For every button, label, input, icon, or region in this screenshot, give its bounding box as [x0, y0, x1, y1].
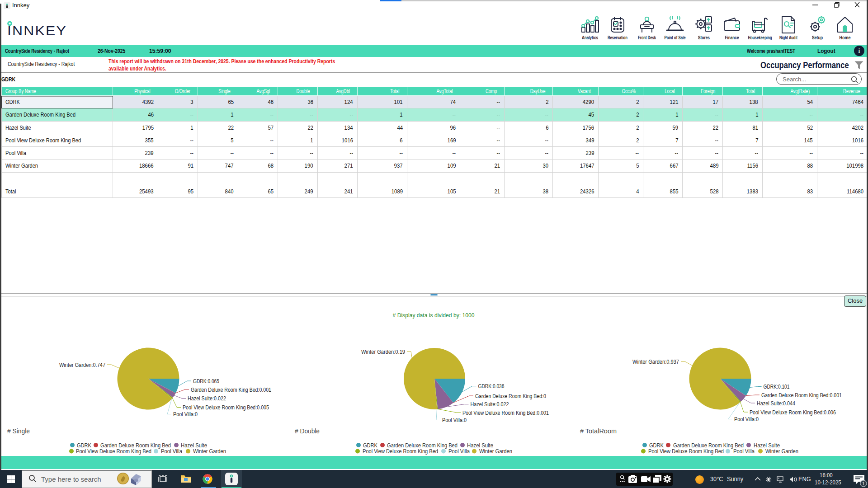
svg-text:Pool View Deluxe Room King Bed: Pool View Deluxe Room King Bed:0.006 [750, 409, 836, 416]
svg-text:Stores: Stores [698, 35, 710, 40]
svg-text:GDRK: GDRK [77, 442, 92, 449]
svg-text:# Display data is divided by:: # Display data is divided by: 1000 [393, 312, 475, 319]
svg-text:Pool Villa:0: Pool Villa:0 [734, 416, 759, 422]
svg-text:Analytics: Analytics [582, 35, 598, 40]
svg-text:Winter Garden: Winter Garden [765, 448, 798, 455]
svg-text:GDRK: GDRK [363, 442, 378, 449]
svg-text:Hazel Suite:0.022: Hazel Suite:0.022 [188, 395, 226, 402]
svg-text:# TotalRoom: # TotalRoom [580, 427, 617, 435]
svg-text:Garden Deluxe Room King Bed:0.: Garden Deluxe Room King Bed:0.001 [761, 392, 842, 399]
svg-text:Pool View Deluxe Room King Bed: Pool View Deluxe Room King Bed:0.005 [183, 404, 269, 411]
svg-text:1: 1 [862, 481, 865, 486]
svg-text:Garden Deluxe Room King Bed: Garden Deluxe Room King Bed [673, 442, 744, 449]
svg-text:Hazel Suite: Hazel Suite [181, 442, 207, 449]
svg-text:Finance: Finance [725, 35, 739, 40]
svg-text:Hazel Suite: Hazel Suite [754, 442, 780, 449]
svg-text:Pool Villa: Pool Villa [448, 448, 470, 455]
svg-text:Winter Garden: Winter Garden [193, 448, 226, 455]
svg-text:INNKEY: INNKEY [7, 23, 67, 38]
svg-text:Pool Villa:0: Pool Villa:0 [173, 411, 198, 418]
svg-text:Pool Villa:0: Pool Villa:0 [442, 417, 467, 423]
svg-text:Pool Villa: Pool Villa [161, 448, 182, 455]
svg-text:Winter Garden: Winter Garden [479, 448, 512, 455]
svg-text:Point of Sale: Point of Sale [665, 35, 686, 40]
svg-text:Pool View Deluxe Room King Bed: Pool View Deluxe Room King Bed [76, 448, 151, 455]
svg-text:Pool Villa: Pool Villa [733, 448, 755, 455]
svg-text:GDRK:0.036: GDRK:0.036 [478, 383, 505, 389]
svg-text:Home: Home [840, 35, 851, 40]
svg-text:Hazel Suite: Hazel Suite [467, 442, 493, 449]
svg-text:Winter Garden:0.937: Winter Garden:0.937 [632, 358, 679, 365]
svg-text:Garden Deluxe Room King Bed:0: Garden Deluxe Room King Bed:0 [475, 393, 546, 399]
svg-text:# Double: # Double [295, 427, 320, 435]
svg-text:Winter Garden:0.19: Winter Garden:0.19 [361, 348, 405, 355]
svg-text:Hazel Suite:0.044: Hazel Suite:0.044 [757, 400, 795, 407]
svg-text:GDRK:0.065: GDRK:0.065 [193, 378, 219, 385]
svg-text:# Single: # Single [7, 427, 30, 435]
svg-text:Pool View Deluxe Room King Bed: Pool View Deluxe Room King Bed [648, 448, 724, 455]
svg-text:Garden Deluxe Room King Bed:0.: Garden Deluxe Room King Bed:0.001 [191, 386, 271, 393]
svg-text:Garden Deluxe Room King Bed: Garden Deluxe Room King Bed [387, 442, 458, 449]
svg-text:Winter Garden:0.747: Winter Garden:0.747 [59, 361, 105, 368]
svg-text:Pool View Deluxe Room King Bed: Pool View Deluxe Room King Bed:0.001 [462, 409, 549, 416]
svg-text:Reservation: Reservation [608, 35, 627, 40]
svg-text:Hazel Suite:0.022: Hazel Suite:0.022 [471, 401, 509, 408]
svg-text:Housekeeping: Housekeeping [748, 35, 772, 40]
svg-text:Front Desk: Front Desk [638, 35, 656, 40]
svg-text:Pool View Deluxe Room King Bed: Pool View Deluxe Room King Bed [363, 448, 438, 455]
svg-text:GDRK: GDRK [649, 442, 664, 449]
svg-text:Garden Deluxe Room King Bed: Garden Deluxe Room King Bed [100, 442, 171, 449]
svg-text:Night Audit: Night Audit [779, 35, 797, 40]
svg-text:GDRK:0.101: GDRK:0.101 [764, 383, 790, 390]
svg-text:Setup: Setup [812, 35, 823, 40]
